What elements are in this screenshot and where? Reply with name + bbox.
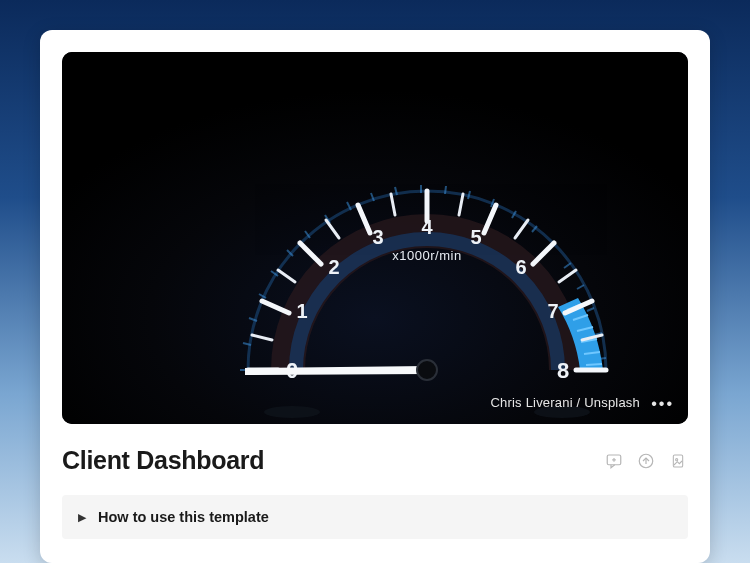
page-title: Client Dashboard bbox=[62, 446, 264, 475]
title-row: Client Dashboard bbox=[62, 446, 688, 475]
tach-num-1: 1 bbox=[296, 300, 307, 322]
page-card: 0 1 2 3 4 5 6 7 8 x1000r/min Chris Liver… bbox=[40, 30, 710, 563]
image-icon[interactable] bbox=[668, 451, 688, 471]
tach-unit-label: x1000r/min bbox=[392, 248, 461, 263]
tach-num-4: 4 bbox=[421, 216, 433, 238]
tachometer-illustration: 0 1 2 3 4 5 6 7 8 x1000r/min bbox=[62, 52, 688, 424]
svg-point-49 bbox=[264, 406, 320, 418]
svg-point-57 bbox=[676, 458, 678, 460]
hero-credit: Chris Liverani / Unsplash bbox=[490, 395, 640, 410]
page-actions bbox=[604, 451, 688, 471]
tach-num-2: 2 bbox=[328, 256, 339, 278]
disclosure-triangle-icon[interactable]: ▶ bbox=[78, 511, 86, 524]
tach-num-7: 7 bbox=[547, 300, 558, 322]
hero-more-button[interactable]: ••• bbox=[651, 396, 674, 412]
callout-how-to-use[interactable]: ▶ How to use this template bbox=[62, 495, 688, 539]
tach-num-5: 5 bbox=[470, 226, 481, 248]
tach-num-6: 6 bbox=[515, 256, 526, 278]
tach-num-3: 3 bbox=[372, 226, 383, 248]
tach-num-8: 8 bbox=[557, 358, 569, 383]
callout-label: How to use this template bbox=[98, 509, 269, 525]
svg-point-48 bbox=[417, 360, 437, 380]
comment-add-icon[interactable] bbox=[604, 451, 624, 471]
hero-image: 0 1 2 3 4 5 6 7 8 x1000r/min Chris Liver… bbox=[62, 52, 688, 424]
svg-line-29 bbox=[586, 364, 602, 365]
svg-line-13 bbox=[445, 186, 446, 194]
share-icon[interactable] bbox=[636, 451, 656, 471]
